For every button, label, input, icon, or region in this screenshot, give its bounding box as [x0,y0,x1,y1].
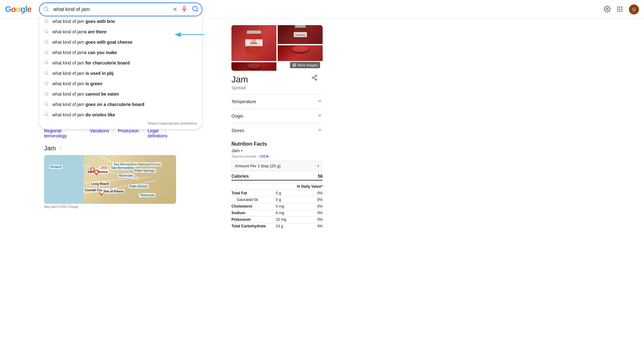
search-icon [44,60,49,66]
wiki-link-2[interactable]: Production [118,128,139,138]
svg-point-27 [606,8,608,10]
right-panel: Sauces PREMIUM TRADE Strawberry [226,25,328,229]
svg-rect-29 [619,6,620,8]
wiki-link-0[interactable]: Regional terminology [44,128,81,138]
mic-icon[interactable] [181,6,187,13]
ac-text-9: what kind of jam do orioles like [53,112,115,117]
search-container: what kind of jam ✕ what kind of jam goes… [39,3,203,16]
map-container[interactable]: Oxnard Santa Monica Long Beach San Berna… [44,155,176,204]
jam-image-1: Sauces PREMIUM TRADE [231,25,276,61]
map-label-khana: Jam at Khana [102,189,125,193]
svg-rect-54 [295,64,296,65]
nutrition-title: Nutrition Facts [231,141,323,147]
knowledge-section-stores[interactable]: Stores [231,123,323,137]
svg-point-7 [45,19,47,22]
settings-icon[interactable] [604,6,611,13]
nutrition-row-pct: 0% [289,216,323,223]
ac-text-3: what kind of jams can you make [53,50,117,55]
svg-line-60 [314,78,315,79]
autocomplete-item-9[interactable]: what kind of jam do orioles like [39,110,202,120]
chevron-down-icon-temperature [317,98,323,105]
svg-line-8 [47,22,48,23]
clear-icon[interactable]: ✕ [173,6,177,13]
autocomplete-item-8[interactable]: what kind of jam goes on a charcuterie b… [39,99,202,110]
nutrition-row-pct: 4% [289,223,323,230]
knowledge-header: Jam Spread [231,75,323,90]
autocomplete-item-3[interactable]: what kind of jams can you make [39,47,202,58]
apps-icon[interactable] [616,6,624,13]
nutrition-daily-value-header [231,183,289,190]
svg-point-21 [45,92,47,95]
map-pin-label-jam: JAM [99,166,108,170]
search-icon-left [43,6,49,13]
autocomplete-item-0[interactable]: what kind of jam goes with brie [39,16,202,27]
ac-text-4: what kind of jam for charcuterie board [53,60,130,65]
wiki-link-3[interactable]: Legal definitions [147,128,176,138]
svg-point-58 [312,77,314,79]
nutrition-item-name: Jam [231,148,240,153]
nutrition-row-label: Potassium [231,216,276,223]
knowledge-section-temperature[interactable]: Temperature [231,94,323,109]
svg-line-14 [47,53,48,54]
map-label-national-forest: San Bernardino National Forest [113,162,162,166]
map-label-oxnard: Oxnard [49,165,62,169]
nutrition-row-pct: 0% [289,203,323,210]
chevron-down-icon-origin [317,113,323,119]
svg-line-10 [47,32,48,33]
nutrition-row-value: 14 g [276,223,289,230]
svg-rect-35 [619,10,620,12]
search-icon [44,81,49,86]
svg-point-15 [45,61,47,64]
jam-section-menu-icon[interactable]: ⋮ [58,146,63,151]
header: Google what kind of jam ✕ [0,0,644,19]
jam-image-3 [278,45,323,61]
jam-section-header: Jam ⋮ [44,145,176,152]
nutrition-amount-dropdown[interactable]: ▾ [317,164,319,168]
nutrition-item-dropdown[interactable]: ▾ [241,148,243,153]
share-icon[interactable] [311,75,318,82]
svg-point-59 [315,79,317,80]
more-images-label: More images [297,63,318,67]
ac-text-2: what kind of jam goes with goat cheese [53,40,132,45]
svg-point-11 [45,40,47,43]
knowledge-section-label-origin: Origin [231,114,243,119]
google-logo: Google [5,4,31,14]
svg-rect-55 [293,65,294,67]
search-icon [44,92,49,97]
nutrition-calories-label: Calories [231,174,249,179]
svg-point-13 [45,50,47,53]
map-label-palm-springs: Palm Springs [134,169,156,173]
wiki-sep-1: · [113,128,114,138]
autocomplete-footer[interactable]: Report inappropriate predictions [39,120,202,126]
chevron-down-icon-stores [317,127,323,134]
svg-point-57 [315,75,317,77]
avatar[interactable]: U [629,4,639,14]
autocomplete-item-6[interactable]: what kind of jam is green [39,79,202,89]
svg-line-61 [314,76,315,77]
jam-images: Sauces PREMIUM TRADE Strawberry [231,25,323,71]
svg-line-24 [47,105,48,106]
wiki-links: Regional terminology · Variations · Prod… [44,128,176,138]
search-input[interactable]: what kind of jam [39,3,203,16]
svg-rect-43 [295,25,306,28]
autocomplete-item-5[interactable]: what kind of jam is used in pbj [39,68,202,79]
knowledge-subtitle: Spread [231,85,323,90]
nutrition-row-pct: 0% [289,210,323,216]
map-label-long-beach: Long Beach [90,182,110,186]
knowledge-section-origin[interactable]: Origin [231,109,323,123]
map-label-temecula: Temecula [139,193,155,197]
nutrition-usda-link[interactable]: USDA [259,154,269,158]
autocomplete-item-4[interactable]: what kind of jam for charcuterie board [39,58,202,68]
svg-line-6 [197,10,198,11]
nutrition-amount-row: Amount Per 1 tbsp (20 g) ▾ [231,161,323,171]
ac-text-0: what kind of jam goes with brie [53,19,115,24]
more-images-button[interactable]: More images [290,62,320,68]
map-water [44,155,84,204]
search-icon [44,50,49,55]
svg-text:Strawberry: Strawberry [295,34,305,36]
map-placeholder: Oxnard Santa Monica Long Beach San Berna… [44,155,176,204]
autocomplete-item-7[interactable]: what kind of jam cannot be eaten [39,89,202,99]
search-button[interactable] [192,5,199,13]
wiki-link-1[interactable]: Variations [90,128,109,138]
search-icon [44,19,49,24]
